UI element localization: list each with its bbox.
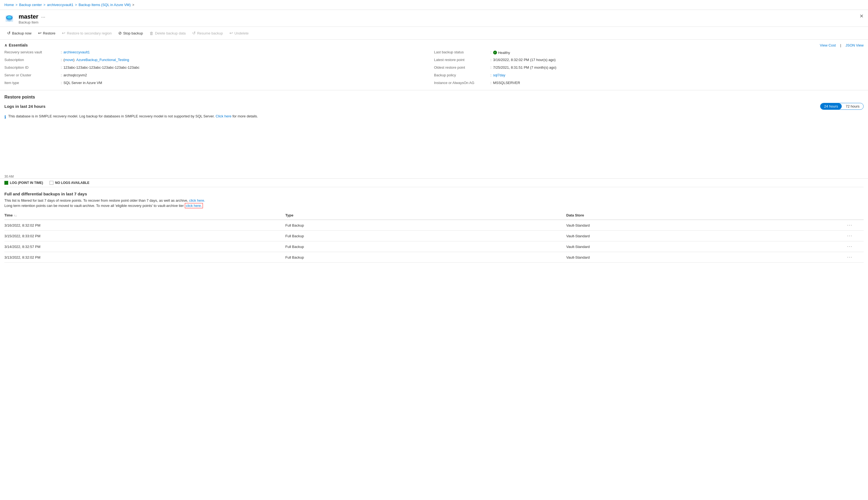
- page-header: master Backup Item ··· ✕: [0, 10, 868, 27]
- healthy-icon: [493, 50, 497, 55]
- resume-backup-icon: ↺: [192, 31, 196, 36]
- subscription-row: Subscription : (move) AzureBackup_Functi…: [4, 58, 434, 64]
- latest-restore-row: Latest restore point : 3/16/2022, 8:32:0…: [434, 58, 864, 64]
- row-more-3[interactable]: ···: [847, 244, 853, 249]
- delete-backup-icon: 🗑: [149, 31, 154, 36]
- table-header: Time ↑↓ Type Data Store: [4, 211, 864, 220]
- subscription-id-value: 123abc-123abc-123abc-123abc-123abc-123ab…: [64, 65, 140, 69]
- essentials-toggle[interactable]: ∧ Essentials: [4, 43, 28, 47]
- row-store-1: Vault-Standard: [566, 223, 847, 228]
- row-store-2: Vault-Standard: [566, 234, 847, 238]
- page-title: master: [19, 13, 38, 20]
- restore-points-section: Restore points Logs in last 24 hours 24 …: [0, 90, 868, 187]
- backup-now-icon: ↺: [7, 31, 11, 36]
- vault-link[interactable]: archiveccyvault1: [64, 50, 90, 54]
- row-more-4[interactable]: ···: [847, 255, 853, 260]
- page-subtitle: Backup Item: [19, 20, 38, 24]
- click-here-link[interactable]: Click here: [216, 114, 232, 118]
- server-value: archsqlccyvm2: [64, 73, 87, 77]
- desc-line-2: Long term retention points can be moved …: [4, 204, 864, 208]
- time-header: Time ↑↓: [4, 213, 285, 217]
- healthy-label: Healthy: [498, 50, 510, 55]
- sort-icon[interactable]: ↑↓: [14, 214, 17, 217]
- row-type-1: Full Backup: [285, 223, 566, 228]
- datastore-header: Data Store: [566, 213, 847, 217]
- essentials-label: Essentials: [9, 43, 28, 47]
- recovery-vault-row: Recovery services vault : archiveccyvaul…: [4, 50, 434, 56]
- time-toggle: 24 hours 72 hours: [820, 103, 864, 110]
- breadcrumb-backup-center[interactable]: Backup center: [19, 3, 42, 7]
- view-cost-link[interactable]: View Cost: [820, 43, 836, 47]
- backup-table: Time ↑↓ Type Data Store 3/16/2022, 8:32:…: [4, 211, 864, 263]
- logs-title: Logs in last 24 hours: [4, 104, 45, 109]
- stop-backup-icon: ⊘: [118, 31, 122, 36]
- restore-button[interactable]: ↩ Restore: [35, 29, 58, 37]
- row-time-4: 3/13/2022, 8:32:02 PM: [4, 255, 285, 260]
- undelete-button[interactable]: ↩ Undelete: [227, 29, 251, 37]
- essentials-section: ∧ Essentials View Cost | JSON View Recov…: [0, 40, 868, 90]
- row-type-3: Full Backup: [285, 244, 566, 249]
- table-row: 3/16/2022, 8:32:02 PM Full Backup Vault-…: [4, 220, 864, 231]
- restore-icon: ↩: [38, 31, 42, 36]
- full-diff-title: Full and differential backups in last 7 …: [4, 192, 864, 196]
- table-row: 3/14/2022, 8:32:57 PM Full Backup Vault-…: [4, 241, 864, 252]
- oldest-restore-value: 7/25/2021, 8:31:51 PM (7 month(s) ago): [493, 65, 556, 69]
- close-button[interactable]: ✕: [859, 13, 864, 19]
- backup-now-button[interactable]: ↺ Backup now: [4, 29, 34, 37]
- resume-backup-button[interactable]: ↺ Resume backup: [190, 29, 226, 37]
- info-message: ℹ This database is in SIMPLE recovery mo…: [4, 113, 864, 121]
- essentials-grid: Recovery services vault : archiveccyvaul…: [4, 50, 864, 87]
- legend-log-pit-label: LOG (POINT IN TIME): [10, 181, 43, 185]
- undelete-icon: ↩: [229, 31, 233, 36]
- legend: LOG (POINT IN TIME) NO LOGS AVAILABLE: [4, 179, 864, 187]
- row-time-1: 3/16/2022, 8:32:02 PM: [4, 223, 285, 228]
- click-here-link-1[interactable]: click here.: [189, 198, 205, 203]
- chevron-down-icon: ∧: [4, 43, 7, 47]
- timeline-label: 30 AM: [4, 174, 14, 179]
- json-view-link[interactable]: JSON View: [846, 43, 864, 47]
- type-header: Type: [285, 213, 566, 217]
- more-options-button[interactable]: ···: [41, 13, 45, 20]
- row-type-2: Full Backup: [285, 234, 566, 238]
- row-more-2[interactable]: ···: [847, 234, 853, 238]
- no-logs-color: [49, 181, 53, 185]
- timeline-area: 30 AM: [0, 124, 868, 179]
- row-time-2: 3/15/2022, 8:33:02 PM: [4, 234, 285, 238]
- row-type-4: Full Backup: [285, 255, 566, 260]
- table-row: 3/13/2022, 8:32:02 PM Full Backup Vault-…: [4, 252, 864, 263]
- restore-secondary-button[interactable]: ↩ Restore to secondary region: [59, 29, 114, 37]
- desc-line-1: This list is filtered for last 7 days of…: [4, 198, 864, 203]
- item-type-value: SQL Server in Azure VM: [64, 81, 102, 85]
- 24-hours-button[interactable]: 24 hours: [820, 103, 842, 110]
- row-time-3: 3/14/2022, 8:32:57 PM: [4, 244, 285, 249]
- full-diff-section: Full and differential backups in last 7 …: [0, 192, 868, 263]
- subscription-link[interactable]: AzureBackup_Functional_Testing: [76, 58, 129, 62]
- move-link[interactable]: move: [65, 58, 74, 62]
- breadcrumb-vault[interactable]: archiveccyvault1: [47, 3, 74, 7]
- stop-backup-button[interactable]: ⊘ Stop backup: [115, 29, 146, 37]
- breadcrumb: Home > Backup center > archiveccyvault1 …: [0, 0, 868, 10]
- instance-row: Instance or AlwaysOn AG : MSSQLSERVER: [434, 81, 864, 87]
- toolbar: ↺ Backup now ↩ Restore ↩ Restore to seco…: [0, 27, 868, 40]
- restore-points-title: Restore points: [4, 95, 864, 100]
- legend-no-logs-label: NO LOGS AVAILABLE: [55, 181, 89, 185]
- delete-backup-button[interactable]: 🗑 Delete backup data: [147, 29, 188, 37]
- legend-log-pit: LOG (POINT IN TIME): [4, 181, 43, 185]
- info-text: This database is in SIMPLE recovery mode…: [8, 114, 215, 118]
- breadcrumb-current: Backup Items (SQL in Azure VM): [79, 3, 131, 7]
- oldest-restore-row: Oldest restore point : 7/25/2021, 8:31:5…: [434, 65, 864, 71]
- server-row: Server or Cluster : archsqlccyvm2: [4, 73, 434, 79]
- latest-restore-value: 3/16/2022, 8:32:02 PM (17 hour(s) ago): [493, 58, 555, 62]
- legend-no-logs: NO LOGS AVAILABLE: [49, 181, 89, 185]
- restore-secondary-icon: ↩: [62, 31, 66, 36]
- instance-value: MSSQLSERVER: [493, 81, 520, 85]
- info-icon: ℹ: [4, 114, 6, 120]
- item-type-row: Item type : SQL Server in Azure VM: [4, 81, 434, 87]
- log-pit-color: [4, 181, 8, 185]
- backup-policy-link[interactable]: sql7day: [493, 73, 506, 77]
- 72-hours-button[interactable]: 72 hours: [842, 103, 863, 110]
- row-more-1[interactable]: ···: [847, 223, 853, 228]
- row-store-3: Vault-Standard: [566, 244, 847, 249]
- click-here-link-2[interactable]: click here.: [185, 203, 203, 208]
- breadcrumb-home[interactable]: Home: [4, 3, 14, 7]
